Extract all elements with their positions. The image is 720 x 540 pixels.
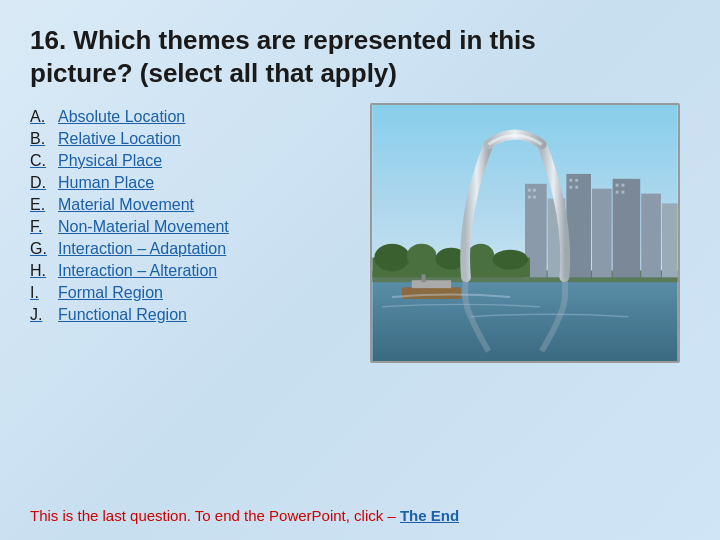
option-item-b[interactable]: B.Relative Location [30,129,350,149]
slide: 16. Which themes are represented in this… [0,0,720,540]
footer-static-text: This is the last question. To end the Po… [30,507,400,524]
svg-rect-20 [616,191,619,194]
svg-rect-14 [569,179,572,182]
option-text-6[interactable]: Interaction – Adaptation [58,240,226,258]
option-text-5[interactable]: Non-Material Movement [58,218,229,236]
svg-rect-29 [412,280,451,288]
option-item-f[interactable]: F.Non-Material Movement [30,217,350,237]
svg-rect-6 [592,189,612,278]
title-line1: 16. Which themes are represented in this [30,25,536,55]
question-title: 16. Which themes are represented in this… [30,24,690,89]
svg-rect-13 [533,196,536,199]
option-item-c[interactable]: C.Physical Place [30,151,350,171]
option-text-3[interactable]: Human Place [58,174,154,192]
option-text-0[interactable]: Absolute Location [58,108,185,126]
svg-point-23 [374,244,409,272]
option-letter-3: D. [30,174,58,192]
option-text-9[interactable]: Functional Region [58,306,187,324]
svg-rect-8 [641,194,661,278]
svg-rect-19 [621,184,624,187]
option-letter-0: A. [30,108,58,126]
svg-rect-9 [662,203,678,277]
arch-photo [370,103,680,363]
option-text-7[interactable]: Interaction – Alteration [58,262,217,280]
content-area: A.Absolute LocationB.Relative LocationC.… [30,107,690,363]
svg-rect-15 [575,179,578,182]
option-letter-7: H. [30,262,58,280]
option-letter-1: B. [30,130,58,148]
option-item-e[interactable]: E.Material Movement [30,195,350,215]
svg-rect-30 [422,274,426,282]
option-text-1[interactable]: Relative Location [58,130,181,148]
option-text-8[interactable]: Formal Region [58,284,163,302]
option-text-2[interactable]: Physical Place [58,152,162,170]
option-letter-9: J. [30,306,58,324]
option-letter-8: I. [30,284,58,302]
option-item-g[interactable]: G.Interaction – Adaptation [30,239,350,259]
image-container [370,103,690,363]
options-list: A.Absolute LocationB.Relative LocationC.… [30,107,350,363]
footer-link[interactable]: The End [400,507,459,524]
svg-rect-28 [402,287,461,299]
option-letter-4: E. [30,196,58,214]
option-item-j[interactable]: J.Functional Region [30,305,350,325]
svg-point-27 [493,250,528,270]
footer-text: This is the last question. To end the Po… [30,507,690,524]
svg-rect-21 [621,191,624,194]
option-item-a[interactable]: A.Absolute Location [30,107,350,127]
option-item-i[interactable]: I.Formal Region [30,283,350,303]
title-line2: picture? (select all that apply) [30,58,397,88]
svg-rect-17 [575,186,578,189]
svg-point-26 [467,244,495,270]
svg-rect-12 [528,196,531,199]
option-item-d[interactable]: D.Human Place [30,173,350,193]
svg-rect-16 [569,186,572,189]
option-letter-5: F. [30,218,58,236]
option-letter-2: C. [30,152,58,170]
svg-rect-11 [533,189,536,192]
svg-rect-10 [528,189,531,192]
svg-rect-18 [616,184,619,187]
option-item-h[interactable]: H.Interaction – Alteration [30,261,350,281]
option-letter-6: G. [30,240,58,258]
svg-point-24 [407,244,437,268]
option-text-4[interactable]: Material Movement [58,196,194,214]
